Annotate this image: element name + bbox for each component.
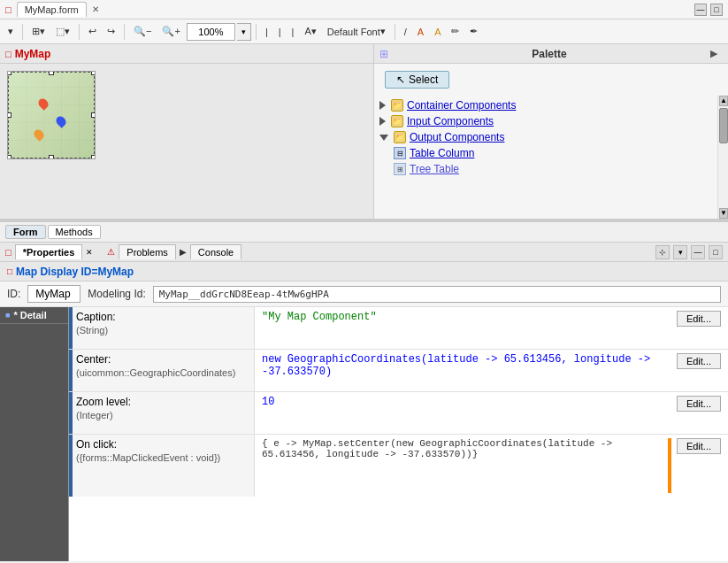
zoom-type: (Integer) (76, 410, 247, 420)
palette-expand-btn[interactable]: ▶ (710, 48, 723, 60)
pen-btn[interactable]: ✒ (465, 22, 482, 42)
palette-panel: ⊞ Palette ▶ ↖ Select 📁 Container Compone… (374, 44, 728, 219)
prop-indicator-caption (69, 307, 73, 349)
prop-label-caption: Caption: (String) (69, 307, 255, 349)
id-value[interactable]: MyMap (27, 285, 80, 303)
expand-icon-container (379, 101, 386, 110)
zoom-edit-btn[interactable]: Edit... (677, 396, 721, 412)
center-value: new GeographicCoordinates(latitude -> 65… (262, 353, 671, 378)
palette-scrollbar[interactable]: ▲ ▼ (717, 96, 728, 219)
canvas-tabs-bar: Form Methods (0, 221, 728, 243)
map-widget[interactable] (7, 71, 96, 159)
toolbar-btn-1[interactable]: ▾ (4, 22, 18, 42)
palette-item-label-tree-table: Tree Table (410, 163, 459, 175)
console-icon: ▶ (180, 247, 187, 257)
category-label-container: Container Components (407, 99, 516, 112)
prop-row-caption: Caption: (String) "My Map Component" Edi… (69, 307, 728, 350)
prop-label-zoom: Zoom level: (Integer) (69, 392, 255, 434)
category-input-components[interactable]: 📁 Input Components (374, 113, 717, 129)
canvas-area[interactable] (0, 64, 373, 219)
id-label: ID: (7, 288, 20, 300)
caption-type: (String) (76, 325, 247, 335)
palette-item-tree-table[interactable]: ⊞ Tree Table (374, 161, 717, 177)
modeling-id-value[interactable]: MyMap__ddGrcND8Eeap-4tMw6gHPA (153, 286, 721, 303)
tab-properties[interactable]: *Properties (15, 244, 83, 259)
properties-titlebar: □ *Properties ✕ ⚠ Problems ▶ Console ⊹ ▾… (0, 243, 728, 262)
line-btn[interactable]: / (400, 22, 411, 42)
tab-close-icon[interactable]: ✕ (92, 4, 99, 14)
category-output-components[interactable]: 📁 Output Components (374, 129, 717, 145)
zoom-input[interactable] (187, 23, 235, 41)
props-sidebar: ■ * Detail (0, 307, 69, 561)
category-label-output: Output Components (410, 131, 504, 143)
category-label-input: Input Components (407, 115, 494, 127)
scrollbar-up-btn[interactable]: ▲ (719, 96, 728, 106)
scrollbar-down-btn[interactable]: ▼ (719, 208, 728, 219)
tab-console[interactable]: Console (190, 244, 241, 259)
caption-edit-btn[interactable]: Edit... (677, 311, 721, 327)
zoom-dropdown[interactable]: ▾ (237, 23, 251, 41)
modeling-id-label: Modeling Id: (88, 288, 145, 300)
text-size-btn[interactable]: A▾ (300, 22, 320, 42)
properties-panel: □ *Properties ✕ ⚠ Problems ▶ Console ⊹ ▾… (0, 243, 728, 561)
section-icon: □ (7, 266, 12, 276)
prop-value-zoom: 10 Edit... (255, 392, 728, 434)
window-titlebar: □ MyMap.form ✕ — □ (0, 0, 728, 19)
props-minimize-btn[interactable]: — (691, 245, 705, 259)
font-btn[interactable]: Default Font ▾ (323, 22, 390, 42)
zoom-value: 10 (262, 396, 671, 408)
color2-btn[interactable]: A (430, 22, 445, 42)
top-section: □ MyMap (0, 44, 728, 221)
select-button[interactable]: ↖ Select (385, 71, 449, 89)
color1-btn[interactable]: A (413, 22, 428, 42)
minimize-btn[interactable]: — (694, 4, 707, 16)
tab-close-props[interactable]: ✕ (86, 248, 93, 257)
palette-tree: 📁 Container Components 📁 Input Component… (374, 96, 717, 219)
canvas-panel: □ MyMap (0, 44, 374, 219)
prop-indicator-center (69, 350, 73, 391)
toolbar-btn-2[interactable]: ⊞▾ (27, 22, 50, 42)
undo-btn[interactable]: ↩ (84, 22, 101, 42)
text-align3-btn[interactable]: | (287, 22, 299, 42)
text-align2-btn[interactable]: | (274, 22, 286, 42)
onclick-label: On click: (76, 438, 247, 451)
separator-2 (79, 24, 80, 40)
prop-label-onclick: On click: ({forms::MapClickedEvent : voi… (69, 435, 255, 497)
tab-form[interactable]: Form (5, 225, 46, 239)
toolbar-btn-3[interactable]: ⬚▾ (51, 22, 74, 42)
props-controls: ⊹ ▾ — □ (655, 245, 723, 259)
zoom-in-btn[interactable]: 🔍+ (157, 22, 184, 42)
scrollbar-thumb[interactable] (719, 108, 728, 143)
palette-item-table-column[interactable]: ⊟ Table Column (374, 145, 717, 161)
props-table: Caption: (String) "My Map Component" Edi… (69, 307, 728, 561)
canvas-title-icon: □ (5, 49, 11, 59)
tab-label[interactable]: MyMap.form (17, 2, 87, 17)
map-inner (8, 72, 95, 158)
maximize-btn[interactable]: □ (710, 4, 723, 16)
file-icon: □ (5, 4, 11, 15)
problems-icon: ⚠ (107, 247, 115, 257)
id-row: ID: MyMap Modeling Id: MyMap__ddGrcND8Ee… (0, 282, 728, 307)
palette-title: Palette (532, 48, 566, 60)
window-controls: — □ (694, 4, 723, 16)
tab-methods[interactable]: Methods (48, 225, 101, 239)
redo-btn[interactable]: ↪ (103, 22, 119, 42)
canvas-titlebar: □ MyMap (0, 44, 373, 64)
caption-label: Caption: (76, 311, 247, 323)
separator-5 (395, 24, 395, 40)
props-menu-btn[interactable]: ▾ (673, 245, 687, 259)
zoom-label: Zoom level: (76, 396, 247, 408)
category-folder-icon-output: 📁 (394, 131, 406, 143)
center-type: (uicommon::GeographicCoordinates) (76, 367, 247, 378)
onclick-edit-btn[interactable]: Edit... (677, 438, 721, 454)
pencil-btn[interactable]: ✏ (447, 22, 464, 42)
table-column-icon: ⊟ (394, 147, 406, 159)
tab-problems[interactable]: Problems (119, 244, 175, 259)
text-align-btn[interactable]: | (261, 22, 272, 42)
category-container-components[interactable]: 📁 Container Components (374, 97, 717, 113)
center-edit-btn[interactable]: Edit... (677, 353, 721, 369)
props-popup-btn[interactable]: ⊹ (655, 245, 670, 259)
props-maximize-btn[interactable]: □ (709, 245, 723, 259)
main-toolbar: ▾ ⊞▾ ⬚▾ ↩ ↪ 🔍− 🔍+ ▾ | | | A▾ Default Fon… (0, 19, 728, 44)
zoom-out-btn[interactable]: 🔍− (129, 22, 156, 42)
